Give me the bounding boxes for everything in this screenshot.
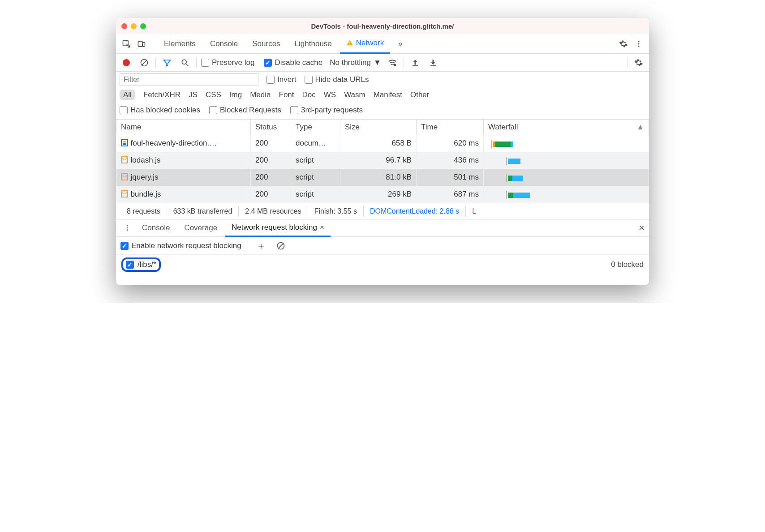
chevron-down-icon: ▼ — [374, 58, 381, 67]
svg-point-5 — [638, 41, 640, 42]
preserve-log-checkbox[interactable]: Preserve log — [201, 58, 254, 67]
download-har-icon[interactable] — [426, 56, 440, 69]
checkbox-checked-icon: ✓ — [126, 261, 134, 269]
blocked-cookies-label: Has blocked cookies — [130, 106, 200, 115]
type-other[interactable]: Other — [410, 90, 430, 99]
drawer-tab-coverage[interactable]: Coverage — [178, 219, 223, 237]
invert-checkbox[interactable]: Invert — [266, 75, 297, 84]
throttling-dropdown[interactable]: No throttling ▼ — [330, 58, 381, 67]
type-filters: All Fetch/XHR JS CSS Img Media Font Doc … — [116, 88, 649, 104]
enable-blocking-checkbox[interactable]: ✓ Enable network request blocking — [120, 241, 241, 250]
col-size[interactable]: Size — [340, 120, 417, 135]
document-icon — [121, 139, 128, 146]
script-icon — [121, 190, 128, 197]
disable-cache-checkbox[interactable]: ✓ Disable cache — [264, 58, 322, 67]
clear-icon[interactable] — [138, 56, 151, 69]
cell-size: 96.7 kB — [340, 152, 417, 169]
cell-waterfall — [484, 152, 649, 169]
col-status[interactable]: Status — [251, 120, 291, 135]
cell-size: 81.0 kB — [340, 169, 417, 186]
type-font[interactable]: Font — [279, 90, 294, 99]
tab-console[interactable]: Console — [204, 34, 244, 54]
tab-elements[interactable]: Elements — [158, 34, 202, 54]
hide-data-urls-checkbox[interactable]: Hide data URLs — [305, 75, 369, 84]
cell-type: docum… — [291, 135, 340, 152]
type-ws[interactable]: WS — [324, 90, 336, 99]
inspect-element-icon[interactable] — [120, 37, 133, 51]
add-pattern-icon[interactable]: ＋ — [254, 239, 268, 253]
cell-status: 200 — [251, 135, 291, 152]
tab-more[interactable]: » — [392, 34, 408, 54]
search-icon[interactable] — [178, 56, 192, 69]
blocking-pattern-row[interactable]: ✓ /libs/* 0 blocked — [116, 255, 649, 275]
blocked-cookies-checkbox[interactable]: Has blocked cookies — [120, 106, 200, 115]
separator — [155, 58, 156, 68]
type-manifest[interactable]: Manifest — [374, 90, 402, 99]
cell-status: 200 — [251, 152, 291, 169]
col-time[interactable]: Time — [417, 120, 484, 135]
drawer-tab-nrb[interactable]: Network request blocking × — [225, 219, 331, 237]
network-toolbar: Preserve log ✓ Disable cache No throttli… — [116, 54, 649, 72]
drawer-tab-console[interactable]: Console — [136, 219, 176, 237]
type-fetch[interactable]: Fetch/XHR — [143, 90, 181, 99]
checkbox-icon — [120, 106, 128, 114]
pattern-highlight: ✓ /libs/* — [121, 257, 161, 272]
cell-waterfall — [484, 186, 649, 203]
record-icon — [123, 59, 130, 66]
settings-icon[interactable] — [617, 37, 630, 51]
record-button[interactable] — [120, 56, 133, 69]
network-conditions-icon[interactable] — [386, 56, 399, 69]
svg-point-15 — [127, 229, 128, 231]
svg-line-11 — [186, 64, 189, 66]
table-row[interactable]: jquery.js 200 script 81.0 kB 501 ms — [116, 169, 649, 186]
upload-har-icon[interactable] — [408, 56, 422, 69]
preserve-log-label: Preserve log — [212, 58, 254, 67]
status-bar: 8 requests 633 kB transferred 2.4 MB res… — [116, 203, 649, 219]
type-img[interactable]: Img — [229, 90, 242, 99]
status-resources: 2.4 MB resources — [239, 206, 308, 217]
enable-blocking-label: Enable network request blocking — [131, 241, 241, 250]
blocked-requests-checkbox[interactable]: Blocked Requests — [209, 106, 281, 115]
col-waterfall[interactable]: Waterfall ▲ — [484, 120, 649, 135]
type-all[interactable]: All — [120, 90, 135, 100]
cell-type: script — [291, 169, 340, 186]
close-drawer-icon[interactable]: × — [639, 222, 645, 234]
tab-sources[interactable]: Sources — [246, 34, 286, 54]
filter-input[interactable] — [120, 73, 258, 86]
device-toolbar-icon[interactable] — [135, 37, 148, 51]
type-media[interactable]: Media — [250, 90, 271, 99]
type-wasm[interactable]: Wasm — [344, 90, 365, 99]
table-row[interactable]: bundle.js 200 script 269 kB 687 ms — [116, 186, 649, 203]
drawer-toolbar: ✓ Enable network request blocking ＋ — [116, 237, 649, 255]
svg-line-9 — [142, 60, 147, 65]
warning-icon — [346, 39, 353, 47]
kebab-menu-icon[interactable] — [632, 37, 645, 51]
close-tab-icon[interactable]: × — [320, 223, 324, 232]
cell-time: 501 ms — [417, 169, 484, 186]
cell-waterfall — [484, 169, 649, 186]
devtools-window: DevTools - foul-heavenly-direction.glitc… — [116, 18, 649, 285]
filter-icon[interactable] — [160, 56, 174, 69]
status-transferred: 633 kB transferred — [167, 206, 239, 217]
tab-network-label: Network — [356, 39, 384, 47]
titlebar: DevTools - foul-heavenly-direction.glitc… — [116, 18, 649, 34]
network-settings-icon[interactable] — [632, 56, 645, 69]
tab-lighthouse[interactable]: Lighthouse — [288, 34, 338, 54]
third-party-checkbox[interactable]: 3rd-party requests — [290, 106, 363, 115]
col-type[interactable]: Type — [291, 120, 340, 135]
type-css[interactable]: CSS — [206, 90, 221, 99]
type-doc[interactable]: Doc — [302, 90, 316, 99]
clear-patterns-icon[interactable] — [274, 239, 288, 253]
tab-network[interactable]: Network — [340, 34, 390, 54]
drawer-kebab-icon[interactable] — [120, 221, 134, 235]
status-load: L — [466, 206, 482, 217]
cell-size: 269 kB — [340, 186, 417, 203]
table-row[interactable]: foul-heavenly-direction.… 200 docum… 658… — [116, 135, 649, 152]
type-js[interactable]: JS — [189, 90, 198, 99]
waterfall-label: Waterfall — [488, 123, 518, 131]
drawer-nrb-label: Network request blocking — [232, 223, 317, 232]
col-name[interactable]: Name — [116, 120, 251, 135]
table-row[interactable]: lodash.js 200 script 96.7 kB 436 ms — [116, 152, 649, 169]
checkbox-icon — [201, 59, 209, 67]
cell-name: bundle.js — [131, 190, 161, 198]
